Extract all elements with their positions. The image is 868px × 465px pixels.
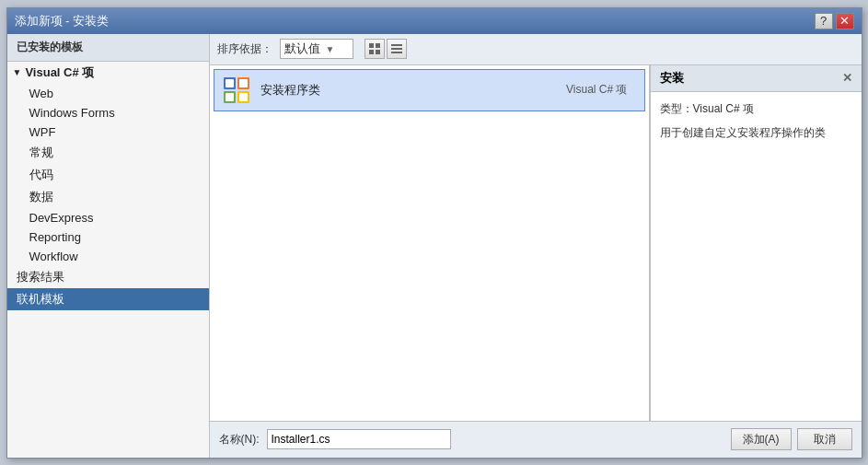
sidebar-item-label: Reporting [29,230,81,244]
sidebar-item-label: Workflow [29,250,78,263]
svg-rect-2 [369,50,374,54]
sidebar-item-web[interactable]: Web [7,84,209,103]
sort-label: 排序依据： [217,41,272,57]
svg-rect-1 [376,43,380,48]
content-and-right: 安装程序类 Visual C# 项 安装 ✕ 类型：Visual C# 项 用于… [210,65,862,421]
svg-rect-6 [391,52,402,53]
sidebar-item-label: 常规 [29,145,53,161]
sidebar-item-label: DevExpress [29,211,94,225]
sidebar-item-label: 代码 [29,167,53,183]
installer-class-icon [222,76,251,105]
panel-close-button[interactable]: ✕ [842,71,852,85]
item-name: 安装程序类 [260,82,558,99]
svg-rect-13 [226,93,234,101]
bottom-left: 名称(N): [219,429,451,449]
sidebar-item-label: WPF [29,125,56,139]
list-view-button[interactable] [387,39,407,59]
svg-rect-11 [226,79,234,87]
sidebar-item-label: 数据 [29,189,53,205]
svg-rect-14 [239,93,248,101]
panel-type: 类型：Visual C# 项 [660,101,852,117]
sidebar-item-normal[interactable]: 常规 [7,142,209,164]
title-bar-buttons: ? ✕ [815,13,854,29]
add-button[interactable]: 添加(A) [731,428,792,450]
svg-rect-0 [369,43,374,48]
content-list: 安装程序类 Visual C# 项 [210,65,650,421]
help-button[interactable]: ? [815,13,833,29]
sidebar-item-reporting[interactable]: Reporting [7,227,209,247]
bottom-buttons: 添加(A) 取消 [731,428,852,450]
right-panel: 安装 ✕ 类型：Visual C# 项 用于创建自定义安装程序操作的类 [650,65,862,421]
svg-rect-5 [391,48,402,50]
sidebar-item-online-templates[interactable]: 联机模板 [7,288,209,310]
close-button[interactable]: ✕ [836,13,854,29]
name-input[interactable] [267,429,451,449]
dialog: 添加新项 - 安装类 ? ✕ 已安装的模板 ▼ Visual C# 项 Web … [6,7,862,459]
svg-rect-4 [391,44,402,46]
sort-value: 默认值 [284,41,320,57]
grid-icon [368,42,381,55]
sort-dropdown[interactable]: 默认值 ▼ [280,39,353,59]
list-item[interactable]: 安装程序类 Visual C# 项 [214,69,645,111]
sidebar-item-workflow[interactable]: Workflow [7,247,209,266]
sidebar-item-wpf[interactable]: WPF [7,122,209,142]
main-area: 排序依据： 默认值 ▼ [210,34,862,458]
sidebar-item-code[interactable]: 代码 [7,164,209,186]
right-panel-content: 类型：Visual C# 项 用于创建自定义安装程序操作的类 [651,92,862,421]
panel-description: 用于创建自定义安装程序操作的类 [660,124,852,141]
sidebar-item-label: 联机模板 [17,291,64,308]
toolbar: 排序依据： 默认值 ▼ [210,34,862,65]
view-buttons [365,39,407,59]
sidebar-header: 已安装的模板 [7,34,209,62]
sidebar-item-label: 搜索结果 [17,269,64,285]
right-panel-title: 安装 [660,70,684,87]
sidebar-item-search-results[interactable]: 搜索结果 [7,266,209,288]
grid-view-button[interactable] [365,39,385,59]
title-bar-text: 添加新项 - 安装类 [15,13,110,29]
sidebar-item-visual-csharp[interactable]: ▼ Visual C# 项 [7,62,209,84]
dropdown-arrow-icon: ▼ [326,44,335,54]
item-category: Visual C# 项 [566,82,627,98]
dialog-body: 已安装的模板 ▼ Visual C# 项 Web Windows Forms W… [7,34,862,458]
right-panel-header: 安装 ✕ [651,65,862,92]
svg-rect-12 [239,79,248,87]
list-icon [390,42,403,55]
sidebar-item-devexpress[interactable]: DevExpress [7,208,209,227]
sidebar: 已安装的模板 ▼ Visual C# 项 Web Windows Forms W… [7,34,210,458]
sidebar-item-data[interactable]: 数据 [7,186,209,208]
title-bar: 添加新项 - 安装类 ? ✕ [7,8,862,34]
svg-rect-3 [376,50,380,54]
cancel-button[interactable]: 取消 [797,428,852,450]
name-label: 名称(N): [219,432,260,448]
expand-icon: ▼ [13,67,22,77]
sidebar-item-label: Windows Forms [29,106,115,120]
item-icon [222,76,251,105]
sidebar-item-windows-forms[interactable]: Windows Forms [7,103,209,122]
sidebar-item-label: Web [29,87,54,100]
bottom-bar: 名称(N): 添加(A) 取消 [210,421,862,458]
sidebar-item-label: Visual C# 项 [25,64,94,81]
